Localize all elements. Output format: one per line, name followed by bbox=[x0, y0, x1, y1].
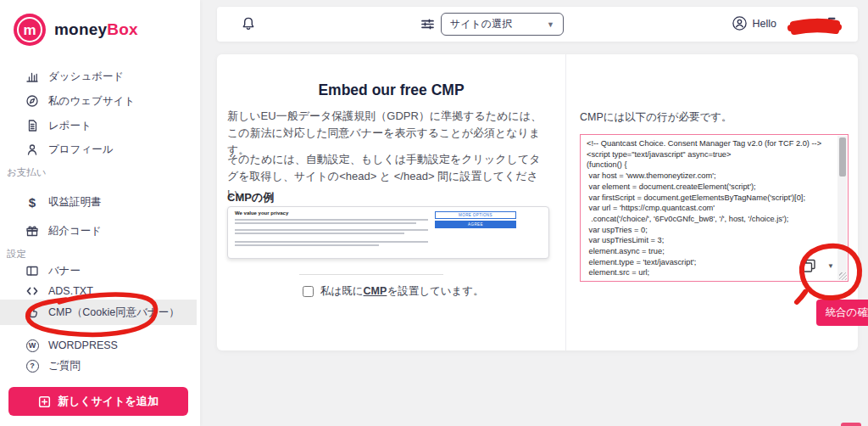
chevron-down-icon: ▼ bbox=[547, 20, 554, 29]
divider bbox=[299, 274, 443, 275]
dollar-icon: $ bbox=[25, 195, 39, 209]
topbar: サイトの選択 ▼ Hello bbox=[217, 7, 858, 42]
sidebar-section-settings: 設定 bbox=[7, 248, 26, 261]
page-title: Embed our free CMP bbox=[217, 81, 565, 99]
sidebar-item-wordpress[interactable]: W WORDPRESS bbox=[0, 335, 197, 356]
thumbs-up-icon bbox=[25, 305, 39, 319]
sidebar-item-profile[interactable]: プロフィール bbox=[0, 139, 197, 160]
consent-text-line bbox=[235, 233, 404, 234]
confirm-integration-button[interactable]: 統合の確認 bbox=[816, 300, 868, 326]
brand-logo[interactable]: m moneyBox bbox=[14, 14, 138, 46]
filter-sliders-icon[interactable] bbox=[420, 17, 435, 31]
consent-text-line bbox=[235, 219, 428, 221]
consent-banner-title: We value your privacy bbox=[235, 210, 288, 216]
consent-text-line bbox=[235, 244, 379, 246]
compass-icon bbox=[25, 94, 39, 108]
sidebar-item-ads-txt[interactable]: ADS.TXT bbox=[0, 281, 197, 301]
add-site-button-label: 新しくサイトを追加 bbox=[58, 394, 159, 409]
sidebar-item-referral-code[interactable]: 紹介コード bbox=[0, 221, 197, 241]
plus-square-icon bbox=[38, 395, 51, 408]
logout-icon[interactable] bbox=[826, 16, 841, 31]
sidebar-item-label: WORDPRESS bbox=[48, 339, 118, 351]
cmp-installed-checkbox[interactable] bbox=[303, 286, 314, 297]
profile-icon bbox=[25, 143, 39, 156]
cmp-instructions-column: Embed our free CMP 新しいEU一般データ保護規則（GDPR）に… bbox=[217, 54, 565, 350]
wordpress-icon: W bbox=[25, 339, 39, 352]
sidebar-item-banner[interactable]: バナー bbox=[0, 261, 197, 281]
sidebar-item-label: ADS.TXT bbox=[48, 285, 93, 297]
greeting-text: Hello bbox=[753, 17, 821, 30]
chart-icon bbox=[25, 70, 39, 83]
brand-logo-letter: m bbox=[23, 23, 36, 37]
sidebar-item-dashboard[interactable]: ダッシュボード bbox=[0, 66, 197, 87]
chat-widget-sliver[interactable] bbox=[841, 423, 861, 426]
user-area: Hello bbox=[732, 15, 842, 31]
setup-paragraph: そのためには、自動設定、もしくは手動設定をクリックしてタグを取得し、サイトの<h… bbox=[227, 151, 548, 202]
sidebar-section-payments: お支払い bbox=[7, 166, 47, 179]
consent-banner-example: We value your privacy MORE OPTIONS AGREE bbox=[227, 206, 549, 259]
sidebar-item-income-certificate[interactable]: $ 収益証明書 bbox=[0, 192, 197, 212]
agree-button[interactable]: AGREE bbox=[435, 221, 516, 228]
redacted-username bbox=[776, 17, 821, 27]
sidebar-item-questions[interactable]: ? ご質問 bbox=[0, 356, 197, 376]
brand-name: moneyBox bbox=[54, 20, 138, 39]
sidebar-item-label: 紹介コード bbox=[48, 224, 102, 238]
consent-text-line bbox=[235, 241, 428, 243]
cmp-example-label: CMPの例 bbox=[227, 190, 274, 205]
sidebar-item-label: バナー bbox=[48, 264, 81, 278]
consent-text-line bbox=[235, 229, 428, 231]
code-scrollbar[interactable] bbox=[837, 136, 847, 280]
site-select-dropdown[interactable]: サイトの選択 ▼ bbox=[441, 13, 564, 36]
sidebar-item-label: CMP（Cookie同意バナー） bbox=[48, 305, 180, 320]
more-options-button[interactable]: MORE OPTIONS bbox=[435, 211, 516, 219]
code-required-header: CMPには以下の行が必要です。 bbox=[580, 110, 732, 125]
copy-icon[interactable] bbox=[801, 258, 817, 274]
sidebar-item-my-websites[interactable]: 私のウェブサイト bbox=[0, 91, 197, 111]
notifications-bell-icon[interactable] bbox=[241, 16, 256, 31]
resize-grip[interactable] bbox=[839, 272, 847, 280]
code-brackets-icon bbox=[25, 284, 39, 298]
add-site-button[interactable]: 新しくサイトを追加 bbox=[8, 387, 188, 416]
sidebar: m moneyBox ダッシュボード 私のウェブサイト レポート bbox=[0, 0, 200, 426]
cmp-installed-label: 私は既にCMPを設置しています。 bbox=[320, 284, 484, 299]
brand-logo-icon: m bbox=[14, 14, 46, 46]
sidebar-item-label: 収益証明書 bbox=[48, 195, 102, 210]
question-icon: ? bbox=[25, 359, 39, 373]
site-select-value: サイトの選択 bbox=[450, 17, 512, 31]
app-root: m moneyBox ダッシュボード 私のウェブサイト レポート bbox=[0, 0, 868, 426]
banner-columns-icon bbox=[25, 264, 39, 277]
sidebar-item-label: ダッシュボード bbox=[48, 70, 124, 84]
user-avatar-icon[interactable] bbox=[732, 15, 748, 31]
copy-caret-icon[interactable]: ▼ bbox=[827, 262, 834, 270]
sidebar-item-label: ご質問 bbox=[48, 359, 81, 373]
sidebar-item-cmp[interactable]: CMP（Cookie同意バナー） bbox=[0, 300, 197, 325]
sidebar-item-label: 私のウェブサイト bbox=[48, 94, 135, 109]
consent-text-line bbox=[235, 222, 416, 224]
cmp-code-textarea[interactable]: <!-- Quantcast Choice. Consent Manager T… bbox=[580, 134, 849, 282]
report-icon bbox=[25, 119, 39, 132]
code-scrollbar-thumb[interactable] bbox=[839, 137, 846, 177]
sidebar-item-reports[interactable]: レポート bbox=[0, 115, 197, 136]
gift-icon bbox=[25, 224, 39, 238]
main-card: Embed our free CMP 新しいEU一般データ保護規則（GDPR）に… bbox=[217, 54, 858, 350]
sidebar-item-label: プロフィール bbox=[48, 143, 113, 157]
sidebar-item-label: レポート bbox=[48, 119, 92, 133]
cmp-code-column: CMPには以下の行が必要です。 <!-- Quantcast Choice. C… bbox=[565, 54, 858, 350]
cmp-installed-checkbox-row: 私は既にCMPを設置しています。 bbox=[303, 284, 484, 299]
